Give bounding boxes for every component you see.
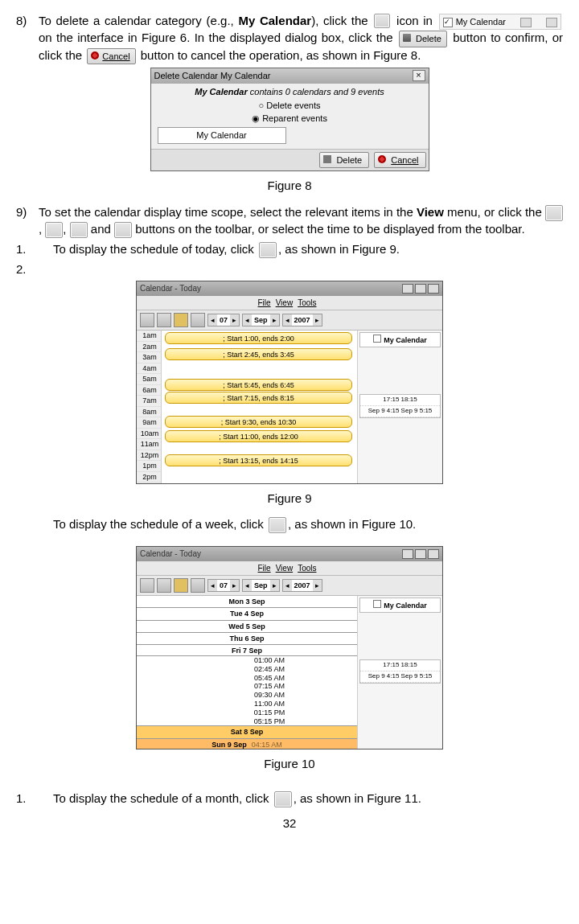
calendar-window: Calendar - Today FileViewTools ◂07▸ ◂Sep… [136, 546, 443, 749]
calendar-event[interactable]: ; Start 13:15, ends 14:15 [165, 454, 352, 466]
calendar-window: Calendar - Today FileViewTools ◂07▸ ◂Sep… [136, 281, 443, 484]
step-body: To display the schedule of a month, clic… [39, 791, 563, 807]
text: , [63, 222, 69, 236]
day-nav[interactable]: ◂07▸ [207, 579, 240, 592]
minimize-icon[interactable] [402, 284, 413, 294]
text: To set the calendar display time scope, … [39, 205, 417, 219]
menu-item[interactable]: File [258, 564, 271, 573]
week-row[interactable]: Mon 3 Sep [137, 596, 357, 608]
toolbar-button[interactable] [140, 313, 154, 327]
maximize-icon[interactable] [415, 284, 426, 294]
figure-8-caption: Figure 8 [16, 178, 563, 194]
sidebar: My Calendar 17:15 18:15Sep 9 4:15 Sep 9 … [358, 331, 442, 483]
step-body: To display the schedule of today, click … [39, 241, 563, 258]
week-row[interactable]: Wed 5 Sep [137, 621, 357, 633]
substep-1: 1. To display the schedule of today, cli… [16, 241, 563, 258]
side-times: 17:15 18:15Sep 9 4:15 Sep 9 5:15 [359, 659, 441, 684]
figure-10: Calendar - Today FileViewTools ◂07▸ ◂Sep… [16, 546, 563, 749]
day-view-icon [259, 242, 277, 258]
cancel-button[interactable]: Cancel [374, 152, 425, 169]
text: on the interface in Figure 6. In the dis… [39, 31, 397, 44]
toolbar-button[interactable] [174, 578, 188, 593]
menu-item[interactable]: Tools [298, 298, 316, 307]
radio-delete-events[interactable]: ○ Delete events [158, 100, 422, 112]
menu-item[interactable]: File [258, 298, 271, 307]
text: , as shown in Figure 9. [278, 242, 400, 256]
calendar-list-item[interactable]: My Calendar [359, 598, 441, 613]
text: , as shown in Figure 11. [294, 791, 421, 805]
dialog-message: My Calendar contains 0 calendars and 9 e… [158, 86, 422, 98]
text: To display the schedule of a month, clic… [53, 791, 273, 805]
substep-month: 1. To display the schedule of a month, c… [16, 791, 563, 807]
menu-item[interactable]: View [276, 564, 294, 573]
text: buttons on the toolbar, or select the ti… [135, 222, 524, 236]
event-times: 01:00 AM02:45 AM05:45 AM07:15 AM09:30 AM… [137, 656, 357, 726]
toolbar-button[interactable] [140, 578, 154, 593]
calendar-event[interactable]: ; Start 11:00, ends 12:00 [165, 430, 352, 442]
toolbar-button[interactable] [157, 313, 171, 327]
step-8: 8) To delete a calendar category (e.g., … [16, 13, 563, 64]
figure-9-caption: Figure 9 [16, 491, 563, 507]
calendar-event[interactable]: ; Start 5:45, ends 6:45 [165, 379, 352, 391]
menubar: FileViewTools [137, 561, 442, 577]
close-icon[interactable]: × [413, 70, 425, 81]
week-view-icon [269, 517, 286, 533]
toolbar-button[interactable] [191, 313, 205, 327]
delete-button-inline: Delete [399, 31, 447, 47]
toolbar: ◂07▸ ◂Sep▸ ◂2007▸ [137, 576, 442, 596]
calendar-list-item[interactable]: My Calendar [359, 332, 441, 347]
radio-reparent-events[interactable]: ◉ Reparent events [158, 113, 422, 125]
month-nav[interactable]: ◂Sep▸ [242, 314, 280, 326]
side-times: 17:15 18:15Sep 9 4:15 Sep 9 5:15 [359, 394, 441, 418]
sidebar: My Calendar 17:15 18:15Sep 9 4:15 Sep 9 … [358, 596, 442, 749]
reparent-target-select[interactable]: My Calendar [158, 127, 286, 144]
menu-item[interactable]: Tools [298, 564, 316, 573]
calendar-event[interactable]: ; Start 1:00, ends 2:00 [165, 332, 352, 344]
trash-icon [374, 14, 390, 28]
bold-text: My Calendar [238, 14, 311, 27]
window-title: Calendar - Today [140, 548, 201, 560]
year-view-icon [114, 222, 132, 238]
text: button to cancel the operation, as shown… [138, 48, 421, 62]
figure-10-caption: Figure 10 [16, 756, 563, 772]
week-row[interactable]: Thu 6 Sep [137, 633, 357, 645]
step-body: To delete a calendar category (e.g., My … [39, 13, 563, 64]
week-row[interactable]: Sat 8 Sep [137, 726, 357, 738]
week-list: Mon 3 SepTue 4 SepWed 5 SepThu 6 SepFri … [137, 596, 358, 749]
month-view-icon [70, 222, 88, 238]
year-nav[interactable]: ◂2007▸ [282, 314, 322, 326]
week-row[interactable]: Sun 9 Sep04:15 AM [137, 739, 357, 749]
page-number: 32 [16, 815, 563, 832]
text: ), click the [311, 14, 372, 27]
toolbar-button[interactable] [191, 578, 205, 593]
close-icon[interactable] [428, 549, 439, 559]
close-icon[interactable] [428, 284, 439, 294]
calendar-event[interactable]: ; Start 9:30, ends 10:30 [165, 416, 352, 428]
text: , [39, 222, 45, 236]
toolbar-button[interactable] [157, 578, 171, 593]
year-nav[interactable]: ◂2007▸ [282, 579, 322, 592]
figure-8: Delete Calendar My Calendar × My Calenda… [16, 68, 563, 171]
day-nav[interactable]: ◂07▸ [207, 314, 240, 326]
menu-item[interactable]: View [276, 298, 294, 307]
minimize-icon[interactable] [402, 549, 413, 559]
delete-dialog: Delete Calendar My Calendar × My Calenda… [150, 68, 429, 171]
substep-2-empty: 2. [16, 261, 563, 277]
step-body: To display the schedule of a week, click… [39, 516, 563, 533]
substep-week: To display the schedule of a week, click… [16, 516, 563, 533]
calendar-event[interactable]: ; Start 2:45, ends 3:45 [165, 348, 352, 360]
text: , as shown in Figure 10. [288, 517, 416, 531]
maximize-icon[interactable] [415, 549, 426, 559]
week-row[interactable]: Fri 7 Sep [137, 645, 357, 656]
text: To delete a calendar category (e.g., [39, 14, 238, 27]
step-number: 1. [16, 791, 39, 807]
week-row[interactable]: Tue 4 Sep [137, 608, 357, 620]
text: To display the schedule of today, click [53, 242, 257, 256]
delete-button[interactable]: Delete [319, 152, 369, 169]
month-nav[interactable]: ◂Sep▸ [242, 579, 280, 592]
figure-9: Calendar - Today FileViewTools ◂07▸ ◂Sep… [16, 281, 563, 484]
calendar-event[interactable]: ; Start 7:15, ends 8:15 [165, 392, 352, 404]
month-view-icon [274, 791, 292, 807]
bold-text: View [417, 205, 444, 219]
toolbar-button[interactable] [174, 313, 188, 327]
